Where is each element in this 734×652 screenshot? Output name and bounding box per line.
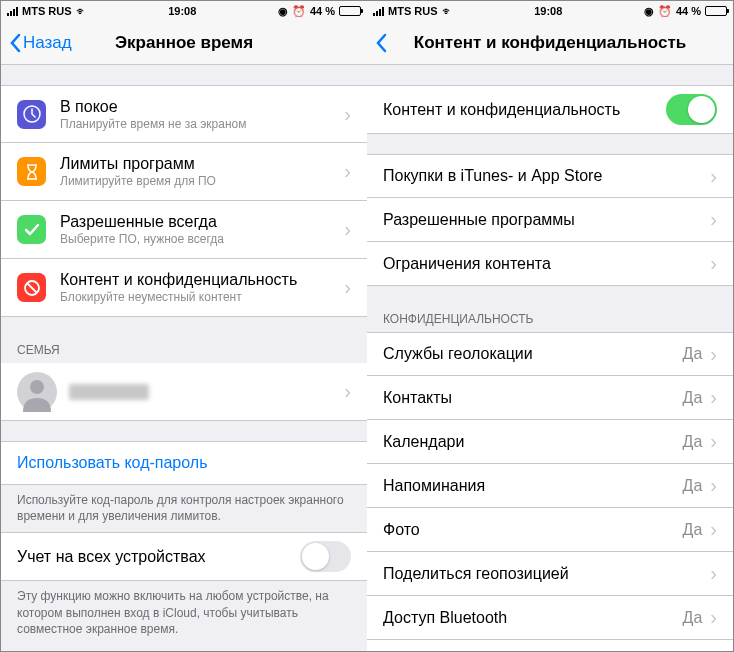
list-item[interactable]: Контакты Да › (367, 376, 733, 420)
battery-icon (705, 6, 727, 16)
content-privacy-toggle[interactable] (666, 94, 717, 125)
settings-row[interactable]: Лимиты программ Лимитируйте время для ПО… (1, 143, 367, 201)
row-subtitle: Планируйте время не за экраном (60, 117, 344, 131)
back-button[interactable] (375, 33, 387, 53)
share-toggle[interactable] (300, 541, 351, 572)
chevron-left-icon (375, 33, 387, 53)
chevron-icon: › (344, 276, 351, 299)
share-footer: Эту функцию можно включить на любом устр… (1, 581, 367, 645)
page-title: Экранное время (115, 33, 253, 53)
item-label: Контакты (383, 389, 683, 407)
status-time: 19:08 (168, 5, 196, 17)
phone-left: MTS RUS ᯤ 19:08 ◉ ⏰ 44 % Назад Экранное … (1, 1, 367, 651)
chevron-icon: › (710, 165, 717, 188)
list-item[interactable]: Разрешенные программы › (367, 198, 733, 242)
page-title: Контент и конфиденциальность (414, 33, 686, 53)
passcode-label: Использовать код-пароль (17, 454, 351, 472)
list-item[interactable]: Микрофон Да › (367, 640, 733, 651)
battery-pct: 44 % (310, 5, 335, 17)
share-row[interactable]: Учет на всех устройствах (1, 532, 367, 581)
row-title: Лимиты программ (60, 155, 344, 173)
status-bar: MTS RUS ᯤ 19:08 ◉ ⏰ 44 % (367, 1, 733, 21)
chevron-icon: › (710, 518, 717, 541)
list-item[interactable]: Фото Да › (367, 508, 733, 552)
chevron-icon: › (344, 103, 351, 126)
chevron-icon: › (710, 386, 717, 409)
carrier: MTS RUS (388, 5, 438, 17)
chevron-icon: › (344, 218, 351, 241)
list-item[interactable]: Ограничения контента › (367, 242, 733, 286)
row-title: В покое (60, 98, 344, 116)
lock-icon: ◉ (644, 5, 654, 18)
passcode-button[interactable]: Использовать код-пароль (1, 441, 367, 485)
wifi-icon: ᯤ (442, 5, 453, 17)
content-right: Контент и конфиденциальность Покупки в i… (367, 65, 733, 651)
list-item[interactable]: Доступ Bluetooth Да › (367, 596, 733, 640)
item-label: Доступ Bluetooth (383, 609, 683, 627)
chevron-icon: › (344, 160, 351, 183)
wifi-icon: ᯤ (76, 5, 87, 17)
item-value: Да (683, 609, 703, 627)
content-left: В покое Планируйте время не за экраном ›… (1, 65, 367, 651)
family-header: СЕМЬЯ (1, 337, 367, 363)
settings-row[interactable]: В покое Планируйте время не за экраном › (1, 85, 367, 143)
member-name-blurred (69, 384, 149, 400)
chevron-icon: › (344, 380, 351, 403)
clock-icon (17, 100, 46, 129)
chevron-icon: › (710, 474, 717, 497)
item-label: Календари (383, 433, 683, 451)
row-subtitle: Блокируйте неуместный контент (60, 290, 344, 304)
privacy-header: КОНФИДЕНЦИАЛЬНОСТЬ (367, 306, 733, 332)
toggle-label: Контент и конфиденциальность (383, 101, 666, 119)
item-label: Покупки в iTunes- и App Store (383, 167, 710, 185)
list-item[interactable]: Службы геолокации Да › (367, 332, 733, 376)
list-item[interactable]: Календари Да › (367, 420, 733, 464)
item-label: Поделиться геопозицией (383, 565, 702, 583)
check-icon (17, 215, 46, 244)
row-title: Разрешенные всегда (60, 213, 344, 231)
hourglass-icon (17, 157, 46, 186)
alarm-icon: ⏰ (292, 5, 306, 18)
row-subtitle: Выберите ПО, нужное всегда (60, 232, 344, 246)
family-member-row[interactable]: › (1, 363, 367, 421)
share-label: Учет на всех устройствах (17, 548, 300, 566)
battery-pct: 44 % (676, 5, 701, 17)
item-value: Да (683, 477, 703, 495)
block-icon (17, 273, 46, 302)
item-value: Да (683, 345, 703, 363)
chevron-icon: › (710, 430, 717, 453)
alarm-icon: ⏰ (658, 5, 672, 18)
chevron-icon: › (710, 606, 717, 629)
status-bar: MTS RUS ᯤ 19:08 ◉ ⏰ 44 % (1, 1, 367, 21)
item-label: Фото (383, 521, 683, 539)
settings-row[interactable]: Разрешенные всегда Выберите ПО, нужное в… (1, 201, 367, 259)
chevron-left-icon (9, 33, 21, 53)
row-subtitle: Лимитируйте время для ПО (60, 174, 344, 188)
item-label: Напоминания (383, 477, 683, 495)
nav-bar: Назад Экранное время (1, 21, 367, 65)
chevron-icon: › (710, 208, 717, 231)
chevron-icon: › (710, 252, 717, 275)
list-item[interactable]: Напоминания Да › (367, 464, 733, 508)
content-privacy-toggle-row[interactable]: Контент и конфиденциальность (367, 85, 733, 134)
settings-row[interactable]: Контент и конфиденциальность Блокируйте … (1, 259, 367, 317)
item-label: Ограничения контента (383, 255, 710, 273)
signal-icon (373, 7, 384, 16)
back-button[interactable]: Назад (9, 33, 72, 53)
item-value: Да (683, 389, 703, 407)
list-item[interactable]: Покупки в iTunes- и App Store › (367, 154, 733, 198)
list-item[interactable]: Поделиться геопозицией › (367, 552, 733, 596)
status-time: 19:08 (534, 5, 562, 17)
nav-bar: Контент и конфиденциальность (367, 21, 733, 65)
chevron-icon: › (710, 650, 717, 651)
battery-icon (339, 6, 361, 16)
lock-icon: ◉ (278, 5, 288, 18)
item-label: Службы геолокации (383, 345, 683, 363)
item-value: Да (683, 433, 703, 451)
chevron-icon: › (710, 343, 717, 366)
item-value: Да (683, 521, 703, 539)
svg-point-2 (30, 380, 44, 394)
row-title: Контент и конфиденциальность (60, 271, 344, 289)
signal-icon (7, 7, 18, 16)
back-label: Назад (23, 33, 72, 53)
